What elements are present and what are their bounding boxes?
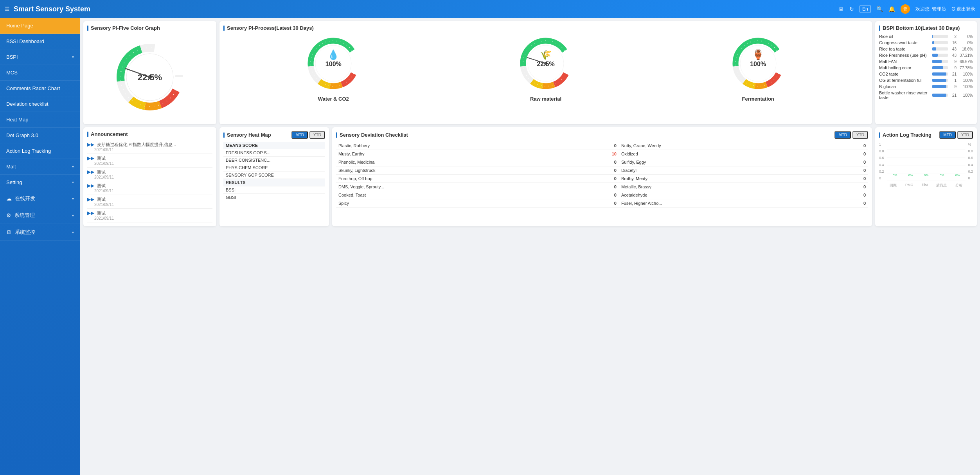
top-row: Sensory PI-Five Color Graph <box>83 21 977 124</box>
logout-button[interactable]: G 退出登录 <box>951 6 975 13</box>
dev-name-right: Nutty, Grape, Weedy <box>619 142 834 150</box>
action-log-title-row: Action Log Tracking MTD YTD <box>879 131 973 139</box>
ferm-gauge-val: 100% <box>750 61 766 68</box>
bspi-bar <box>932 35 933 38</box>
bspi-bar-wrap <box>932 79 948 82</box>
sensory-pi-five-card: Sensory PI-Five Color Graph <box>83 21 216 124</box>
dev-val-right: 0 <box>834 199 868 208</box>
bspi-row: Bottle washer rinse water taste 21 100% <box>879 90 973 100</box>
dev-name-right: Acetaldehyde <box>619 191 834 199</box>
bspi-pct: 0% <box>959 34 973 39</box>
chevron-down-icon-sysmon: ▾ <box>72 230 74 235</box>
deviation-mtd-btn[interactable]: MTD <box>834 131 851 139</box>
announce-date: 2021/09/11 <box>87 202 212 207</box>
chevron-down-icon-setting: ▾ <box>72 180 74 184</box>
heat-map-title: Sensory Heat Map <box>223 132 271 138</box>
sidebar-label-actionlog: Action Log Tracking <box>6 148 51 154</box>
monitor-icon[interactable]: 🖥 <box>838 6 844 12</box>
bspi-count: 43 <box>950 47 957 51</box>
heat-table-row: FRESHNESS GOP S... <box>223 149 325 157</box>
bspi-pct: 0% <box>959 41 973 45</box>
deviation-table: Plastic, Rubbery 0 Nutty, Grape, Weedy 0… <box>336 142 868 208</box>
ferm-icon: 🏺 <box>752 49 764 60</box>
heat-map-mtd-btn[interactable]: MTD <box>291 131 308 139</box>
bspi-item-name: CO2 taste <box>879 72 930 76</box>
avatar: 管 <box>901 4 910 14</box>
bspi-bar-wrap <box>932 66 948 69</box>
action-log-chart: 1 0.8 0.6 0.4 0.2 0 <box>879 142 973 188</box>
heat-row-bar-cell <box>278 157 325 164</box>
announcement-item: ▶▶ 测试 2021/09/11 <box>87 168 212 181</box>
bspi-bar-wrap <box>932 60 948 63</box>
heat-map-title-row: Sensory Heat Map MTD YTD <box>223 131 325 139</box>
refresh-icon[interactable]: ↻ <box>849 6 854 12</box>
dev-val-left: 0 <box>574 158 619 166</box>
sidebar-item-heatmap[interactable]: Heat Map <box>0 112 80 128</box>
app-title: Smart Sensory System <box>14 5 90 13</box>
chevron-down-icon-online: ▾ <box>72 197 74 201</box>
menu-icon[interactable]: ☰ <box>5 6 10 12</box>
announce-text-row: ▶▶ 麦芽糖过程优化,PI指数大幅度提升,信息... <box>87 142 212 148</box>
sidebar-item-deviation[interactable]: Deviation checklist <box>0 96 80 112</box>
bspi-bar-wrap <box>932 47 948 51</box>
dev-val-right: 0 <box>834 158 868 166</box>
heat-table-row: BSSI <box>223 186 325 194</box>
sensory-process-title: Sensory PI-Process(Latest 30 Days) <box>223 25 868 31</box>
bspi-row: Malt FAN 9 66.67% <box>879 59 973 64</box>
dev-val-right: 0 <box>834 142 868 150</box>
action-log-ytd-btn[interactable]: YTD <box>957 131 973 139</box>
gear-icon: ⚙ <box>6 212 11 219</box>
heat-row-header: RESULTS <box>223 179 325 186</box>
sidebar-item-sysmgr[interactable]: ⚙ 系统管理 ▾ <box>0 207 80 224</box>
sidebar-label-online: 在线开发 <box>15 195 35 202</box>
sidebar-item-sysmon[interactable]: 🖥 系统监控 ▾ <box>0 224 80 241</box>
cloud-icon: ☁ <box>6 195 12 202</box>
dev-val-left: 0 <box>574 199 619 208</box>
dev-name-left: Phenolic, Medicinal <box>336 158 574 166</box>
sidebar-item-dotgraph[interactable]: Dot Graph 3.0 <box>0 128 80 143</box>
sidebar-item-mcs[interactable]: MCS <box>0 65 80 81</box>
sidebar-item-home[interactable]: Home Page <box>0 18 80 34</box>
heat-row-bar-cell <box>278 186 325 194</box>
dev-name-left: Euro hop, Off hop <box>336 175 574 183</box>
main-layout: Home Page BSSI Dashboard BSPI ▾ MCS Comm… <box>0 18 980 475</box>
chevron-down-icon-malt: ▾ <box>72 164 74 169</box>
sidebar-item-radar[interactable]: Comments Radar Chart <box>0 81 80 96</box>
sidebar-item-malt[interactable]: Malt ▾ <box>0 159 80 175</box>
bspi-item-name: Rice Freshness (use pH) <box>879 53 930 58</box>
announcement-item: ▶▶ 测试 2021/09/11 <box>87 209 212 222</box>
bspi-count: 2 <box>950 34 957 39</box>
action-log-mtd-btn[interactable]: MTD <box>939 131 956 139</box>
bspi-item-name: Rice tea taste <box>879 47 930 51</box>
dev-name-left: Plastic, Rubbery <box>336 142 574 150</box>
search-icon[interactable]: 🔍 <box>876 6 883 12</box>
bspi-row: B-glucan 9 100% <box>879 84 973 89</box>
deviation-tabs: MTD YTD <box>834 131 868 139</box>
bell-icon[interactable]: 🔔 <box>888 6 895 12</box>
language-selector[interactable]: En <box>860 5 871 13</box>
bspi-bar <box>932 79 946 82</box>
deviation-table-row: Cooked, Toast 0 Acetaldehyde 0 <box>336 191 868 199</box>
sidebar-label-bspi: BSPI <box>6 54 18 60</box>
bspi-pct: 100% <box>959 72 973 76</box>
heat-map-ytd-btn[interactable]: YTD <box>309 131 325 139</box>
heat-row-bar-cell <box>278 172 325 179</box>
announce-text-row: ▶▶ 测试 <box>87 169 212 175</box>
sidebar-item-actionlog[interactable]: Action Log Tracking <box>0 143 80 159</box>
bspi-pct: 18.6% <box>959 47 973 51</box>
bspi-bar <box>932 94 946 97</box>
announcement-card: Announcement ▶▶ 麦芽糖过程优化,PI指数大幅度提升,信息... … <box>83 127 216 226</box>
dev-name-left: Spicy <box>336 199 574 208</box>
water-label: Water & CO2 <box>318 96 349 102</box>
sidebar-item-bspi[interactable]: BSPI ▾ <box>0 49 80 65</box>
sidebar-item-online[interactable]: ☁ 在线开发 ▾ <box>0 190 80 207</box>
heat-row-bar-cell <box>278 164 325 172</box>
dev-name-right: Metallic, Brassy <box>619 183 834 191</box>
deviation-ytd-btn[interactable]: YTD <box>852 131 868 139</box>
bspi-count: 16 <box>950 41 957 45</box>
sidebar-item-bssi[interactable]: BSSI Dashboard <box>0 34 80 49</box>
sidebar-label-mcs: MCS <box>6 70 18 76</box>
bspi-rows: Rice oil 2 0% Congress wort taste 16 0% … <box>879 34 973 100</box>
sidebar-item-setting[interactable]: Setting ▾ <box>0 175 80 190</box>
action-log-title: Action Log Tracking <box>879 132 931 138</box>
